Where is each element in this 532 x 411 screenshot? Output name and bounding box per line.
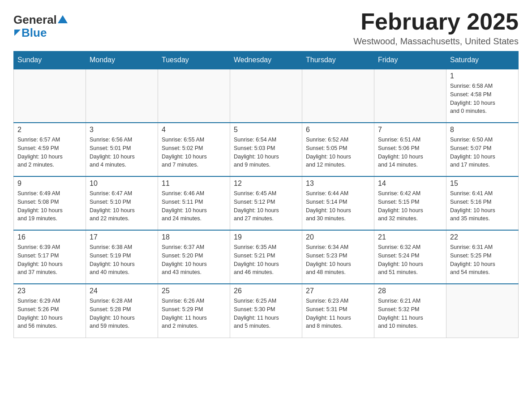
day-number: 21 [378,233,442,241]
day-info: Sunrise: 6:28 AM Sunset: 5:28 PM Dayligh… [90,297,154,330]
day-info: Sunrise: 6:35 AM Sunset: 5:21 PM Dayligh… [234,243,298,277]
day-number: 15 [450,180,515,188]
weekday-header-row: SundayMondayTuesdayWednesdayThursdayFrid… [14,51,519,69]
day-number: 11 [162,180,226,188]
day-number: 19 [234,233,298,241]
logo-general-text: General [13,13,57,26]
day-info: Sunrise: 6:38 AM Sunset: 5:19 PM Dayligh… [90,243,154,277]
week-row-5: 23Sunrise: 6:29 AM Sunset: 5:26 PM Dayli… [14,284,519,338]
calendar-cell: 23Sunrise: 6:29 AM Sunset: 5:26 PM Dayli… [14,284,86,338]
day-number: 23 [17,287,82,295]
calendar-cell [302,69,374,123]
logo-corner-icon [14,30,21,36]
day-number: 24 [90,287,154,295]
weekday-header-sunday: Sunday [14,51,86,69]
calendar-cell: 10Sunrise: 6:47 AM Sunset: 5:10 PM Dayli… [86,176,158,230]
calendar-cell: 26Sunrise: 6:25 AM Sunset: 5:30 PM Dayli… [230,284,302,338]
day-number: 13 [306,180,370,188]
calendar-cell: 9Sunrise: 6:49 AM Sunset: 5:08 PM Daylig… [14,176,86,230]
day-number: 6 [306,126,370,134]
day-info: Sunrise: 6:55 AM Sunset: 5:02 PM Dayligh… [162,136,226,169]
day-number: 3 [90,126,154,134]
page-header: General Blue February 2025 Westwood, Mas… [13,9,519,47]
title-section: February 2025 Westwood, Massachusetts, U… [353,9,519,47]
calendar-cell: 15Sunrise: 6:41 AM Sunset: 5:16 PM Dayli… [446,176,519,230]
calendar-cell: 16Sunrise: 6:39 AM Sunset: 5:17 PM Dayli… [14,230,86,284]
day-info: Sunrise: 6:34 AM Sunset: 5:23 PM Dayligh… [306,243,370,277]
calendar-table: SundayMondayTuesdayWednesdayThursdayFrid… [13,51,519,338]
day-info: Sunrise: 6:37 AM Sunset: 5:20 PM Dayligh… [162,243,226,277]
calendar-cell: 19Sunrise: 6:35 AM Sunset: 5:21 PM Dayli… [230,230,302,284]
weekday-header-thursday: Thursday [302,51,374,69]
calendar-cell: 20Sunrise: 6:34 AM Sunset: 5:23 PM Dayli… [302,230,374,284]
week-row-3: 9Sunrise: 6:49 AM Sunset: 5:08 PM Daylig… [14,176,519,230]
calendar-cell: 18Sunrise: 6:37 AM Sunset: 5:20 PM Dayli… [158,230,230,284]
day-info: Sunrise: 6:26 AM Sunset: 5:29 PM Dayligh… [162,297,226,330]
calendar-cell: 21Sunrise: 6:32 AM Sunset: 5:24 PM Dayli… [374,230,446,284]
day-number: 8 [450,126,515,134]
calendar-cell: 13Sunrise: 6:44 AM Sunset: 5:14 PM Dayli… [302,176,374,230]
calendar-cell: 4Sunrise: 6:55 AM Sunset: 5:02 PM Daylig… [158,123,230,176]
day-info: Sunrise: 6:23 AM Sunset: 5:31 PM Dayligh… [306,297,370,330]
day-number: 1 [450,72,515,80]
day-number: 27 [306,287,370,295]
day-info: Sunrise: 6:32 AM Sunset: 5:24 PM Dayligh… [378,243,442,277]
day-info: Sunrise: 6:52 AM Sunset: 5:05 PM Dayligh… [306,136,370,169]
weekday-header-wednesday: Wednesday [230,51,302,69]
day-info: Sunrise: 6:31 AM Sunset: 5:25 PM Dayligh… [450,243,515,277]
calendar-cell: 1Sunrise: 6:58 AM Sunset: 4:58 PM Daylig… [446,69,519,123]
day-info: Sunrise: 6:54 AM Sunset: 5:03 PM Dayligh… [234,136,298,169]
day-info: Sunrise: 6:51 AM Sunset: 5:06 PM Dayligh… [378,136,442,169]
calendar-cell: 12Sunrise: 6:45 AM Sunset: 5:12 PM Dayli… [230,176,302,230]
calendar-cell: 11Sunrise: 6:46 AM Sunset: 5:11 PM Dayli… [158,176,230,230]
day-number: 7 [378,126,442,134]
calendar-cell [86,69,158,123]
calendar-cell: 14Sunrise: 6:42 AM Sunset: 5:15 PM Dayli… [374,176,446,230]
weekday-header-friday: Friday [374,51,446,69]
calendar-cell: 17Sunrise: 6:38 AM Sunset: 5:19 PM Dayli… [86,230,158,284]
day-info: Sunrise: 6:46 AM Sunset: 5:11 PM Dayligh… [162,189,226,223]
day-number: 4 [162,126,226,134]
calendar-cell: 5Sunrise: 6:54 AM Sunset: 5:03 PM Daylig… [230,123,302,176]
calendar-cell: 6Sunrise: 6:52 AM Sunset: 5:05 PM Daylig… [302,123,374,176]
day-number: 14 [378,180,442,188]
day-number: 9 [17,180,82,188]
calendar-cell: 8Sunrise: 6:50 AM Sunset: 5:07 PM Daylig… [446,123,519,176]
day-info: Sunrise: 6:49 AM Sunset: 5:08 PM Dayligh… [17,189,82,223]
calendar-cell [230,69,302,123]
day-number: 12 [234,180,298,188]
calendar-cell: 2Sunrise: 6:57 AM Sunset: 4:59 PM Daylig… [14,123,86,176]
day-info: Sunrise: 6:29 AM Sunset: 5:26 PM Dayligh… [17,297,82,330]
month-title: February 2025 [353,9,519,34]
logo-blue-text: Blue [21,26,47,39]
day-number: 25 [162,287,226,295]
day-info: Sunrise: 6:50 AM Sunset: 5:07 PM Dayligh… [450,136,515,169]
day-number: 18 [162,233,226,241]
calendar-cell: 24Sunrise: 6:28 AM Sunset: 5:28 PM Dayli… [86,284,158,338]
calendar-cell: 3Sunrise: 6:56 AM Sunset: 5:01 PM Daylig… [86,123,158,176]
day-info: Sunrise: 6:21 AM Sunset: 5:32 PM Dayligh… [378,297,442,330]
calendar-cell: 28Sunrise: 6:21 AM Sunset: 5:32 PM Dayli… [374,284,446,338]
day-info: Sunrise: 6:47 AM Sunset: 5:10 PM Dayligh… [90,189,154,223]
day-info: Sunrise: 6:42 AM Sunset: 5:15 PM Dayligh… [378,189,442,223]
weekday-header-saturday: Saturday [446,51,519,69]
day-number: 2 [17,126,82,134]
day-info: Sunrise: 6:41 AM Sunset: 5:16 PM Dayligh… [450,189,515,223]
weekday-header-monday: Monday [86,51,158,69]
day-info: Sunrise: 6:44 AM Sunset: 5:14 PM Dayligh… [306,189,370,223]
day-number: 28 [378,287,442,295]
day-info: Sunrise: 6:45 AM Sunset: 5:12 PM Dayligh… [234,189,298,223]
day-number: 17 [90,233,154,241]
calendar-cell: 27Sunrise: 6:23 AM Sunset: 5:31 PM Dayli… [302,284,374,338]
calendar-cell [374,69,446,123]
day-info: Sunrise: 6:25 AM Sunset: 5:30 PM Dayligh… [234,297,298,330]
location-subtitle: Westwood, Massachusetts, United States [353,36,519,47]
weekday-header-tuesday: Tuesday [158,51,230,69]
calendar-cell [14,69,86,123]
logo: General Blue [13,13,68,39]
calendar-cell [158,69,230,123]
day-number: 26 [234,287,298,295]
logo-triangle-icon [58,15,68,23]
calendar-cell: 25Sunrise: 6:26 AM Sunset: 5:29 PM Dayli… [158,284,230,338]
week-row-4: 16Sunrise: 6:39 AM Sunset: 5:17 PM Dayli… [14,230,519,284]
